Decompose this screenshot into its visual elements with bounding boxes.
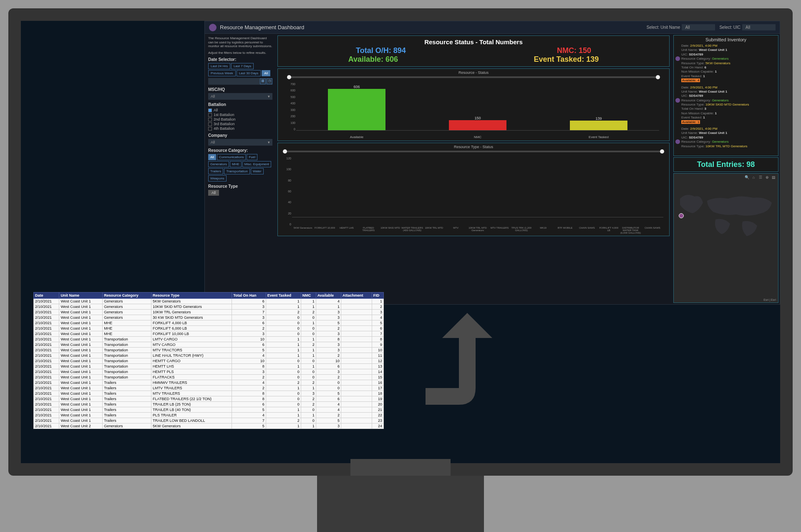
chart2-slider[interactable] — [284, 151, 663, 152]
date-selector-label: Date Selector: — [208, 57, 272, 62]
category-btn[interactable]: Water — [251, 168, 264, 174]
table-header[interactable]: Unit Name — [59, 292, 103, 299]
msc-dropdown[interactable]: All — [208, 93, 272, 100]
chart1-x-axis: AvailableNMCEvent Tasked — [296, 135, 659, 139]
table-row: 2/10/2021West Coast Unit 1Transportation… — [34, 353, 384, 358]
table-header[interactable]: FID — [372, 292, 383, 299]
battalion-checkbox[interactable]: 4th Battalion — [208, 126, 272, 131]
clock-icon[interactable]: ◷ — [267, 78, 272, 84]
inventory-item[interactable]: Date: 2/9/2021, 4:00 PMUnit Name: West C… — [675, 127, 776, 149]
app-title: Resource Management Dashboard — [220, 24, 642, 30]
date-range-buttons: Last 24 HrsLast 7 DaysPrevious WeekLast … — [208, 63, 272, 76]
table-row: 2/10/2021West Coast Unit 1TrailersTRAILE… — [34, 418, 384, 424]
home-icon[interactable]: ⌂ — [751, 175, 756, 181]
globe-icon[interactable]: ⊕ — [764, 175, 770, 181]
category-btn[interactable]: Misc. Equipment — [242, 161, 271, 167]
category-btn[interactable]: MHE — [230, 161, 242, 167]
table-header[interactable]: Date — [34, 292, 59, 299]
slider-handle-right[interactable] — [660, 149, 664, 154]
kpi-event-tasked: Event Tasked: 139 — [534, 55, 599, 64]
arrow-icon — [417, 313, 501, 421]
chart-resource-status: Resource - Status 0100200300400500600700… — [277, 68, 670, 141]
table-row: 2/10/2021West Coast Unit 1Transportation… — [34, 348, 384, 353]
table-header[interactable]: Available — [316, 292, 341, 299]
date-btn-previous-week[interactable]: Previous Week — [208, 70, 236, 76]
map-marker-icon[interactable] — [679, 213, 684, 218]
date-btn-last-7-days[interactable]: Last 7 Days — [231, 63, 254, 69]
table-row: 2/10/2021West Coast Unit 1Transportation… — [34, 337, 384, 342]
inventory-title: Submitted Inventory — [675, 37, 776, 42]
submitted-inventory-panel: Submitted Inventory Date: 2/9/2021, 4:00… — [673, 35, 778, 156]
chart1-y-axis: 0100200300400500600700 — [288, 83, 295, 131]
table-row: 2/10/2021West Coast Unit 1Generators30 K… — [34, 315, 384, 320]
list-icon[interactable]: ☰ — [758, 175, 763, 181]
main-content: Resource Status - Total Numbers Total O/… — [276, 34, 671, 304]
table-row: 2/10/2021West Coast Unit 1Transportation… — [34, 358, 384, 364]
inventory-item[interactable]: Date: 2/9/2021, 4:00 PMUnit Name: West C… — [675, 44, 776, 83]
date-btn-all[interactable]: All — [262, 70, 270, 76]
category-btn[interactable]: Fuel — [247, 154, 257, 160]
table-header[interactable]: Attachment — [341, 292, 372, 299]
chart1-bars: 606150139 — [296, 83, 659, 131]
app-logo-icon — [209, 24, 217, 31]
table-row: 2/10/2021West Coast Unit 1Generators10KW… — [34, 310, 384, 315]
select-uic-label: Select: UIC — [719, 25, 741, 30]
table-header[interactable]: Event Tasked — [266, 292, 301, 299]
battalion-checkbox[interactable]: 1st Battalion — [208, 113, 272, 117]
kpi-title: Resource Status - Total Numbers — [280, 38, 667, 45]
chart2-y-axis: 020406080100120 — [284, 157, 291, 226]
category-btn[interactable]: Trailers — [208, 168, 223, 174]
table-row: 2/10/2021West Coast Unit 1Transportation… — [34, 375, 384, 380]
slider-handle-left[interactable] — [287, 75, 291, 79]
battalion-checkbox[interactable]: 2nd Battalion — [208, 117, 272, 121]
table-header[interactable]: Resource Type — [151, 292, 232, 299]
table-header[interactable]: Total On Han — [232, 292, 266, 299]
category-buttons: AllCommunicationsFuelGeneratorsMHEMisc. … — [208, 154, 272, 182]
battalion-checkbox[interactable]: All — [208, 108, 272, 112]
slider-handle-right[interactable] — [656, 75, 660, 79]
inventory-item[interactable]: Date: 2/9/2021, 4:00 PMUnit Name: West C… — [675, 86, 776, 125]
total-entries-text: Total Entries: 98 — [676, 160, 776, 169]
category-btn[interactable]: All — [208, 154, 216, 160]
date-input[interactable]: ▦ ◷ — [208, 78, 272, 85]
kpi-total-oh: Total O/H: 894 — [356, 46, 406, 55]
date-btn-last-30-days[interactable]: Last 30 Days — [237, 70, 261, 76]
sidebar-description-2: Adjust the filters below to refine resul… — [208, 51, 272, 55]
map-attribution: Esri | Esri — [763, 298, 776, 301]
table-row: 2/10/2021West Coast Unit 1MHEFORKLIFT 6,… — [34, 326, 384, 331]
chart1-title: Resource - Status — [280, 71, 668, 75]
table-row: 2/10/2021West Coast Unit 1TrailersTRAILE… — [34, 402, 384, 407]
date-btn-last-24-hrs[interactable]: Last 24 Hrs — [208, 63, 230, 69]
table-row: 2/10/2021West Coast Unit 1Generators5KW … — [34, 299, 384, 304]
category-btn[interactable]: Generators — [208, 161, 229, 167]
table-row: 2/10/2021West Coast Unit 1Transportation… — [34, 364, 384, 369]
right-column: Submitted Inventory Date: 2/9/2021, 4:00… — [672, 34, 780, 304]
type-filter-button[interactable]: All — [208, 190, 219, 196]
chart1-slider[interactable] — [288, 76, 659, 78]
kpi-nmc: NMC: 150 — [557, 46, 591, 55]
type-label: Resource Type — [208, 184, 272, 189]
layers-icon[interactable]: ▤ — [771, 175, 776, 181]
category-btn[interactable]: Communications — [217, 154, 246, 160]
table-row: 2/10/2021West Coast Unit 1TrailersMTV TR… — [34, 391, 384, 396]
table-row: 2/10/2021West Coast Unit 1TrailersPLS TR… — [34, 413, 384, 418]
battalion-checkbox[interactable]: 3rd Battalion — [208, 122, 272, 126]
kpi-available: Available: 606 — [348, 55, 398, 64]
select-unit-label: Select: Unit Name — [647, 25, 680, 30]
company-dropdown[interactable]: All — [208, 139, 272, 146]
search-icon[interactable]: 🔍 — [744, 175, 750, 181]
category-btn[interactable]: Transportation — [224, 168, 249, 174]
kpi-panel: Resource Status - Total Numbers Total O/… — [277, 35, 670, 67]
calendar-icon[interactable]: ▦ — [260, 78, 266, 84]
app-header: Resource Management Dashboard Select: Un… — [205, 21, 780, 34]
world-map — [674, 182, 778, 245]
select-uic-dropdown[interactable]: All — [742, 24, 776, 30]
table-header[interactable]: Resource Category — [103, 292, 151, 299]
slider-handle-left[interactable] — [283, 149, 287, 154]
table-row: 2/10/2021West Coast Unit 1Generators10KW… — [34, 304, 384, 310]
map-panel[interactable]: 🔍 ⌂ ☰ ⊕ ▤ Esri | Esri — [673, 173, 778, 303]
select-unit-dropdown[interactable]: All — [682, 24, 715, 30]
monitor-frame: Resource Management Dashboard Select: Un… — [8, 8, 793, 476]
category-btn[interactable]: Weapons — [208, 175, 227, 182]
table-header[interactable]: NMC — [301, 292, 316, 299]
